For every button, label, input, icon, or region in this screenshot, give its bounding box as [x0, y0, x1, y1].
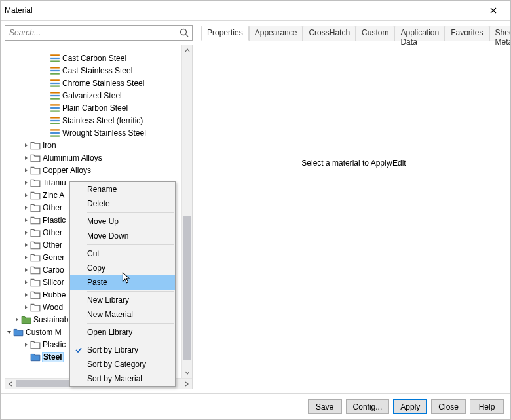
tab-crosshatch[interactable]: CrossHatch: [303, 26, 356, 41]
node-label: Cast Carbon Steel: [62, 54, 126, 63]
svg-rect-22: [50, 135, 60, 136]
expander-icon[interactable]: [42, 129, 50, 137]
help-button[interactable]: Help: [470, 399, 504, 414]
svg-rect-17: [50, 117, 60, 118]
folder-icon: [30, 339, 41, 350]
material-leaf[interactable]: Cast Stainless Steel: [5, 64, 181, 77]
material-leaf[interactable]: Wrought Stainless Steel: [5, 126, 181, 139]
svg-rect-2: [50, 54, 60, 56]
scrollbar-thumb[interactable]: [183, 216, 191, 360]
menu-separator: [87, 341, 174, 341]
svg-rect-19: [50, 123, 60, 124]
right-pane: Properties Appearance CrossHatch Custom …: [197, 21, 510, 393]
tab-sheet-metal[interactable]: Sheet Metal: [489, 26, 510, 41]
expander-icon[interactable]: [22, 241, 30, 249]
close-window-button[interactable]: [480, 1, 506, 20]
folder-icon: [30, 178, 41, 188]
expander-icon[interactable]: [22, 166, 30, 174]
tab-appearance[interactable]: Appearance: [249, 26, 303, 41]
folder-icon: [30, 215, 41, 225]
node-label: Chrome Stainless Steel: [62, 79, 144, 88]
node-label: Other: [43, 228, 62, 237]
close-icon: [490, 7, 497, 14]
expander-icon[interactable]: [42, 117, 50, 124]
material-leaf[interactable]: Chrome Stainless Steel: [5, 77, 181, 89]
expander-icon[interactable]: [22, 142, 30, 149]
expander-icon[interactable]: [22, 278, 30, 286]
menu-new-library[interactable]: New Library: [70, 293, 175, 307]
material-leaf[interactable]: Cast Carbon Steel: [5, 52, 181, 64]
scroll-left-arrow[interactable]: [5, 379, 16, 389]
menu-open-library[interactable]: Open Library: [70, 325, 175, 339]
material-leaf[interactable]: Stainless Steel (ferritic): [5, 114, 181, 126]
expander-icon[interactable]: [5, 328, 13, 336]
expander-icon[interactable]: [22, 191, 30, 199]
tab-content: Select a material to Apply/Edit: [197, 41, 510, 393]
expander-icon[interactable]: [22, 341, 30, 349]
expander-icon[interactable]: [13, 316, 21, 324]
menu-separator: [87, 244, 174, 245]
tab-application-data[interactable]: Application Data: [394, 26, 445, 41]
expander-icon[interactable]: [42, 104, 50, 112]
expander-icon[interactable]: [22, 216, 30, 224]
svg-rect-9: [50, 82, 60, 83]
search-icon[interactable]: [176, 28, 192, 38]
material-leaf[interactable]: Galvanized Steel: [5, 89, 181, 102]
expander-icon[interactable]: [22, 266, 30, 274]
expander-icon[interactable]: [22, 303, 30, 311]
close-button[interactable]: Close: [431, 399, 466, 414]
expander-icon[interactable]: [22, 204, 30, 212]
node-label: Silicor: [43, 278, 64, 287]
expander-icon[interactable]: [22, 154, 30, 162]
expander-icon[interactable]: [22, 291, 30, 299]
node-label: Gener: [43, 253, 64, 262]
svg-line-1: [186, 35, 189, 37]
category-folder[interactable]: Copper Alloys: [5, 164, 181, 176]
material-icon: [50, 90, 60, 101]
svg-rect-10: [50, 85, 60, 86]
vertical-scrollbar[interactable]: [181, 45, 192, 378]
tab-custom[interactable]: Custom: [356, 26, 394, 41]
node-label: Other: [43, 203, 62, 212]
save-button[interactable]: Save: [308, 399, 342, 414]
menu-sort-by-category[interactable]: Sort by Category: [70, 357, 175, 372]
menu-delete[interactable]: Delete: [70, 197, 175, 211]
tab-favorites[interactable]: Favorites: [445, 26, 489, 41]
expander-icon[interactable]: [22, 353, 30, 361]
menu-rename[interactable]: Rename: [70, 182, 175, 197]
config-button[interactable]: Config...: [346, 399, 390, 414]
folder-icon: [30, 277, 41, 288]
node-label: Carbo: [43, 265, 64, 275]
expander-icon[interactable]: [22, 229, 30, 237]
expander-icon[interactable]: [42, 92, 50, 100]
expander-icon[interactable]: [42, 79, 50, 87]
node-label: Plastic: [43, 340, 66, 349]
svg-rect-14: [50, 104, 60, 105]
category-folder[interactable]: Aluminium Alloys: [5, 151, 181, 164]
expander-icon[interactable]: [42, 54, 50, 62]
placeholder-text: Select a material to Apply/Edit: [301, 159, 406, 168]
mouse-cursor: [122, 272, 131, 287]
search-input[interactable]: [5, 28, 176, 37]
folder-icon: [30, 290, 41, 300]
expander-icon[interactable]: [22, 179, 30, 187]
category-folder[interactable]: Iron: [5, 139, 181, 151]
material-leaf[interactable]: Plain Carbon Steel: [5, 102, 181, 114]
scroll-down-arrow[interactable]: [182, 368, 192, 378]
scroll-right-arrow[interactable]: [181, 379, 192, 389]
menu-sort-by-library[interactable]: Sort by Library: [70, 343, 175, 357]
node-label: Stainless Steel (ferritic): [62, 116, 143, 125]
expander-icon[interactable]: [22, 254, 30, 261]
node-label: Copper Alloys: [43, 166, 91, 175]
menu-sort-by-material[interactable]: Sort by Material: [70, 372, 175, 386]
menu-move-down[interactable]: Move Down: [70, 229, 175, 243]
expander-icon[interactable]: [42, 67, 50, 75]
menu-cut[interactable]: Cut: [70, 246, 175, 261]
titlebar: Material: [1, 1, 510, 20]
tab-properties[interactable]: Properties: [201, 26, 249, 41]
apply-button[interactable]: Apply: [393, 399, 427, 414]
menu-new-material[interactable]: New Material: [70, 307, 175, 322]
svg-rect-16: [50, 110, 60, 111]
scroll-up-arrow[interactable]: [182, 45, 192, 56]
menu-move-up[interactable]: Move Up: [70, 214, 175, 229]
